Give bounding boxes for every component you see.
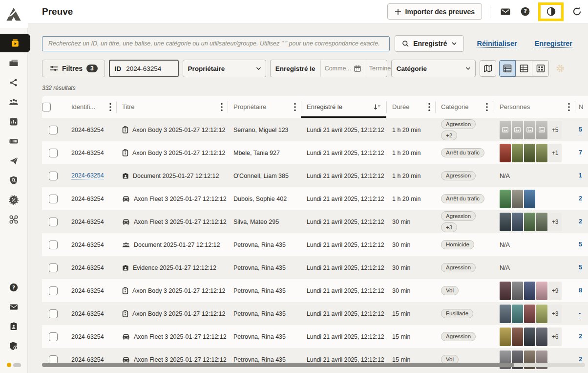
column-header-recorded[interactable]: Enregistré le <box>301 96 386 118</box>
more-people-count[interactable]: +5 <box>548 121 562 139</box>
person-thumbnail[interactable] <box>536 213 547 231</box>
people-count-link[interactable]: 7 <box>579 149 582 156</box>
kebab-menu-icon[interactable] <box>486 103 488 111</box>
people-count-link[interactable]: - <box>579 310 581 317</box>
filters-button[interactable]: Filtres 3 <box>42 60 105 77</box>
column-header-id[interactable]: Identifi... <box>64 96 116 118</box>
import-evidence-button[interactable]: Importer des preuves <box>387 3 482 20</box>
more-people-count[interactable]: +3 <box>548 305 562 323</box>
person-thumbnail[interactable] <box>536 305 547 323</box>
saved-searches-dropdown[interactable]: Enregistré <box>395 35 464 52</box>
id-filter-value[interactable]: 2024-63254 <box>126 65 166 72</box>
row-checkbox[interactable] <box>49 218 58 226</box>
sidebar-item-share[interactable] <box>0 73 28 92</box>
person-thumbnail[interactable] <box>524 305 535 323</box>
scrollbar-thumb[interactable] <box>42 363 514 367</box>
person-thumbnail-placeholder[interactable] <box>500 121 511 139</box>
help-button[interactable]: ? <box>518 4 532 19</box>
kebab-menu-icon[interactable] <box>428 103 430 111</box>
person-thumbnail[interactable] <box>500 190 511 208</box>
column-header-people[interactable]: Personnes <box>493 96 575 118</box>
save-search-link[interactable]: Enregistrer <box>535 40 572 48</box>
contrast-toggle-button[interactable] <box>545 6 557 18</box>
person-thumbnail[interactable] <box>500 305 511 323</box>
person-thumbnail[interactable] <box>524 328 535 346</box>
row-checkbox[interactable] <box>49 172 58 180</box>
column-header-category[interactable]: Catégorie <box>435 96 493 118</box>
row-checkbox[interactable] <box>49 263 58 272</box>
horizontal-scrollbar[interactable] <box>42 363 585 367</box>
more-people-count[interactable]: +3 <box>548 213 562 231</box>
row-checkbox[interactable] <box>49 241 58 249</box>
row-checkbox[interactable] <box>49 332 58 341</box>
list-view-button[interactable] <box>499 60 516 77</box>
people-count-link[interactable]: 5 <box>579 126 582 133</box>
kebab-menu-icon[interactable] <box>221 103 223 111</box>
settings-gear-icon[interactable] <box>555 63 566 74</box>
person-thumbnail[interactable] <box>500 213 511 231</box>
row-checkbox[interactable] <box>49 126 58 134</box>
kebab-menu-icon[interactable] <box>294 103 296 111</box>
person-thumbnail[interactable] <box>524 190 535 208</box>
sidebar-item-barcode[interactable] <box>0 132 28 151</box>
sidebar-item-people[interactable] <box>0 92 28 112</box>
sidebar-item-analytics[interactable] <box>0 112 28 132</box>
person-thumbnail[interactable] <box>524 213 535 231</box>
person-thumbnail[interactable] <box>512 190 523 208</box>
reset-link[interactable]: Réinitialiser <box>477 40 517 48</box>
sidebar-item-messages[interactable] <box>0 297 28 317</box>
people-count-link[interactable]: 1 <box>579 172 582 179</box>
column-header-duration[interactable]: Durée <box>386 96 435 118</box>
person-thumbnail[interactable] <box>524 282 535 300</box>
more-people-count[interactable]: +6 <box>548 328 562 346</box>
person-thumbnail[interactable] <box>536 144 547 162</box>
map-view-button[interactable] <box>480 60 496 77</box>
person-thumbnail[interactable] <box>500 282 511 300</box>
person-thumbnail-placeholder[interactable] <box>536 121 547 139</box>
id-filter[interactable]: ID 2024-63254 <box>109 60 179 77</box>
people-count-link[interactable]: 8 <box>579 287 582 294</box>
sidebar-item-audit[interactable] <box>0 171 28 190</box>
person-thumbnail[interactable] <box>512 328 523 346</box>
kebab-menu-icon[interactable] <box>109 103 111 111</box>
sidebar-item-help[interactable]: ? <box>0 278 28 297</box>
sidebar-item-dispatch[interactable] <box>0 151 28 171</box>
row-checkbox[interactable] <box>49 149 58 157</box>
evidence-id-link[interactable]: 2024-63254 <box>71 172 104 179</box>
person-thumbnail[interactable] <box>500 328 511 346</box>
column-header-owner[interactable]: Propriétaire <box>228 96 301 118</box>
people-count-link[interactable]: 2 <box>579 218 582 225</box>
people-count-link[interactable]: 2 <box>579 356 582 363</box>
sidebar-item-quality[interactable] <box>0 190 28 210</box>
people-count-link[interactable]: 5 <box>579 241 582 248</box>
category-filter-dropdown[interactable]: Catégorie <box>391 60 476 77</box>
row-checkbox[interactable] <box>49 286 58 295</box>
person-thumbnail[interactable] <box>536 328 547 346</box>
person-thumbnail[interactable] <box>512 282 523 300</box>
sidebar-item-contacts[interactable] <box>0 317 28 336</box>
people-count-link[interactable]: 2 <box>579 333 582 340</box>
search-input[interactable] <box>42 36 390 51</box>
person-thumbnail[interactable] <box>512 213 523 231</box>
column-header-n[interactable]: N <box>575 96 588 118</box>
messages-button[interactable] <box>498 4 513 19</box>
row-checkbox[interactable] <box>49 195 58 203</box>
refresh-button[interactable] <box>569 4 584 19</box>
people-count-link[interactable]: 5 <box>579 264 582 271</box>
more-people-count[interactable]: +9 <box>548 282 562 300</box>
person-thumbnail[interactable] <box>536 282 547 300</box>
person-thumbnail[interactable] <box>512 144 523 162</box>
grid-view-button[interactable] <box>532 60 549 77</box>
start-date-field[interactable]: Comme... <box>320 60 365 77</box>
sort-descending-icon[interactable] <box>373 103 381 111</box>
more-people-count[interactable]: +1 <box>548 144 562 162</box>
row-checkbox[interactable] <box>49 309 58 318</box>
sidebar-item-air[interactable] <box>0 210 28 229</box>
table-view-button[interactable] <box>516 60 532 77</box>
person-thumbnail[interactable] <box>512 305 523 323</box>
person-thumbnail-placeholder[interactable] <box>512 121 523 139</box>
person-thumbnail-placeholder[interactable] <box>524 121 535 139</box>
select-all-checkbox[interactable] <box>42 103 51 111</box>
sidebar-item-evidence[interactable] <box>0 34 30 52</box>
sidebar-item-cases[interactable] <box>0 53 28 73</box>
